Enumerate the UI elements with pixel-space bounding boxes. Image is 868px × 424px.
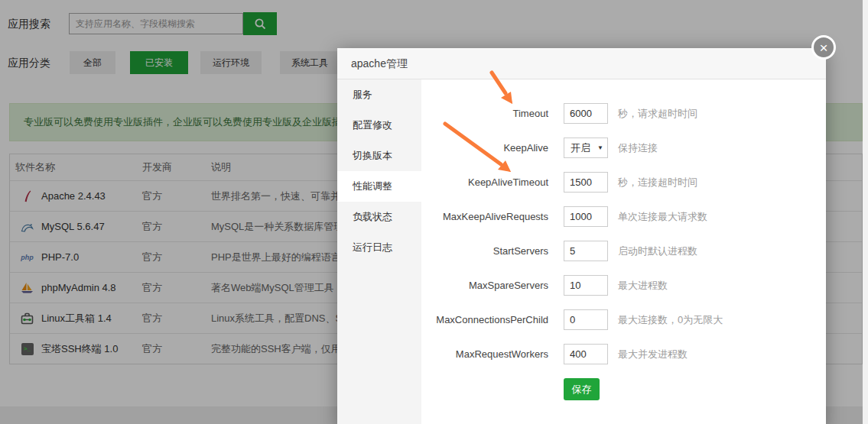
timeout-input[interactable] <box>564 103 608 124</box>
form-row: KeepAliveTimeout 秒，连接超时时间 <box>421 165 826 199</box>
keepalive-label: KeepAlive <box>421 142 548 154</box>
screen: 应用搜索 应用分类 全部 已安装 运行环境 系统工具 专业版可以免费使用专业版插… <box>0 0 868 424</box>
tab-performance[interactable]: 性能调整 <box>337 171 421 202</box>
keepalivetimeout-hint: 秒，连接超时时间 <box>618 176 697 189</box>
save-button[interactable]: 保存 <box>564 378 600 400</box>
maxrequestworkers-hint: 最大并发进程数 <box>618 348 688 361</box>
modal-title: apache管理 <box>337 48 826 79</box>
keepalive-select[interactable]: 开启 ▼ <box>564 138 608 158</box>
keepalivetimeout-label: KeepAliveTimeout <box>421 176 548 188</box>
tab-load-status[interactable]: 负载状态 <box>337 202 421 232</box>
keepalivetimeout-input[interactable] <box>564 172 608 193</box>
maxrequestworkers-label: MaxRequestWorkers <box>421 348 548 360</box>
modal-close-button[interactable]: × <box>811 35 836 60</box>
tab-config-edit[interactable]: 配置修改 <box>337 110 421 141</box>
caret-down-icon: ▼ <box>597 144 603 151</box>
browser-scrollbar[interactable] <box>863 0 868 424</box>
startservers-input[interactable] <box>564 241 608 261</box>
timeout-hint: 秒，请求超时时间 <box>618 107 697 121</box>
tab-switch-version[interactable]: 切换版本 <box>337 141 421 171</box>
maxkeepaliverequests-hint: 单次连接最大请求数 <box>618 210 707 224</box>
maxconnectionsperchild-hint: 最大连接数，0为无限大 <box>618 313 723 327</box>
maxconnectionsperchild-input[interactable] <box>564 309 608 330</box>
form-row: MaxSpareServers 最大进程数 <box>421 268 826 303</box>
startservers-label: StartServers <box>421 245 548 257</box>
maxrequestworkers-input[interactable] <box>564 344 608 364</box>
form-row: StartServers 启动时默认进程数 <box>421 234 826 268</box>
form-row: Timeout 秒，请求超时时间 <box>421 96 826 131</box>
maxspareservers-input[interactable] <box>564 275 608 296</box>
form-row: MaxRequestWorkers 最大并发进程数 <box>421 337 826 371</box>
performance-form: Timeout 秒，请求超时时间 KeepAlive 开启 ▼ 保持连接 Kee… <box>421 79 826 424</box>
maxconnectionsperchild-label: MaxConnectionsPerChild <box>421 314 548 325</box>
timeout-label: Timeout <box>421 108 548 119</box>
keepalive-hint: 保持连接 <box>618 141 658 155</box>
tab-service[interactable]: 服务 <box>337 79 421 110</box>
apache-settings-modal: apache管理 服务 配置修改 切换版本 性能调整 负载状态 运行日志 Tim… <box>337 48 826 424</box>
tab-run-log[interactable]: 运行日志 <box>337 232 421 263</box>
form-row: MaxKeepAliveRequests 单次连接最大请求数 <box>421 199 826 234</box>
close-icon: × <box>819 40 827 55</box>
form-row: KeepAlive 开启 ▼ 保持连接 <box>421 131 826 165</box>
maxspareservers-label: MaxSpareServers <box>421 280 548 291</box>
form-row: MaxConnectionsPerChild 最大连接数，0为无限大 <box>421 303 826 337</box>
modal-sidebar: 服务 配置修改 切换版本 性能调整 负载状态 运行日志 <box>337 79 421 424</box>
keepalive-select-value: 开启 <box>571 141 590 155</box>
maxkeepaliverequests-label: MaxKeepAliveRequests <box>421 211 548 222</box>
maxkeepaliverequests-input[interactable] <box>564 206 608 227</box>
startservers-hint: 启动时默认进程数 <box>618 244 697 258</box>
maxspareservers-hint: 最大进程数 <box>618 279 668 293</box>
